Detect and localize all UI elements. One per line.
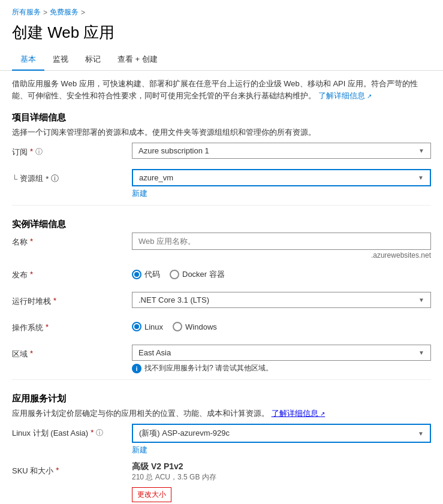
divider-2	[12, 379, 431, 380]
name-suffix: .azurewebsites.net	[132, 250, 431, 259]
tab-basic[interactable]: 基本	[12, 49, 44, 71]
runtime-stack-dropdown[interactable]: .NET Core 3.1 (LTS) ▼	[132, 292, 431, 308]
learn-more-link[interactable]: 了解详细信息 ↗	[318, 91, 372, 100]
publish-code-option[interactable]: 代码	[132, 269, 160, 280]
chevron-down-icon: ▼	[418, 297, 424, 303]
chevron-down-icon: ▼	[418, 174, 424, 181]
os-linux-option[interactable]: Linux	[132, 322, 163, 331]
publish-code-label: 代码	[144, 269, 160, 280]
section-project-details-title: 项目详细信息	[0, 104, 443, 126]
linux-plan-new-link[interactable]: 新建	[132, 443, 431, 455]
os-linux-radio[interactable]	[132, 322, 141, 331]
app-service-plan-learn-more-link[interactable]: 了解详细信息 ↗	[272, 409, 326, 418]
tab-review[interactable]: 查看 + 创建	[109, 49, 166, 71]
chevron-down-icon: ▼	[418, 349, 424, 356]
publish-row: 发布 * 代码 Docker 容器	[12, 265, 431, 286]
region-control: East Asia ▼ i 找不到应用服务计划? 请尝试其他区域。	[132, 345, 431, 373]
runtime-stack-row: 运行时堆栈 * .NET Core 3.1 (LTS) ▼	[12, 292, 431, 312]
os-row: 操作系统 * Linux Windows	[12, 318, 431, 339]
resource-group-dropdown[interactable]: azure_vm ▼	[132, 169, 431, 186]
name-control: .azurewebsites.net	[132, 233, 431, 259]
chevron-down-icon: ▼	[418, 430, 424, 437]
os-label: 操作系统 *	[12, 318, 132, 333]
runtime-stack-control: .NET Core 3.1 (LTS) ▼	[132, 292, 431, 308]
instance-details-form: 名称 * .azurewebsites.net 发布 * 代码 Docker 容…	[0, 233, 443, 373]
name-label: 名称 *	[12, 233, 132, 248]
subscription-label: 订阅 * ⓘ	[12, 143, 132, 158]
os-windows-radio[interactable]	[173, 322, 182, 331]
publish-label: 发布 *	[12, 265, 132, 280]
divider-1	[12, 205, 431, 206]
linux-plan-dropdown[interactable]: (新项) ASP-azurevm-929c ▼	[132, 424, 431, 443]
sku-row: SKU 和大小 * 高级 V2 P1v2 210 总 ACU，3.5 GB 内存…	[12, 461, 431, 502]
resource-group-label: 资源组	[20, 173, 43, 184]
sku-title: 高级 V2 P1v2	[132, 461, 431, 472]
breadcrumb-free-services[interactable]: 免费服务	[50, 7, 79, 17]
subscription-control: Azure subscription 1 ▼	[132, 143, 431, 159]
subscription-row: 订阅 * ⓘ Azure subscription 1 ▼	[12, 143, 431, 163]
linux-plan-label: Linux 计划 (East Asia) * ⓘ	[12, 424, 132, 439]
linux-plan-control: (新项) ASP-azurevm-929c ▼ 新建	[132, 424, 431, 455]
resource-group-info-icon[interactable]: ⓘ	[51, 173, 59, 184]
os-windows-option[interactable]: Windows	[173, 322, 217, 331]
section-app-service-plan-sub: 应用服务计划定价层确定与你的应用相关的位置、功能、成本和计算资源。 了解详细信息…	[0, 407, 443, 424]
resource-group-control: azure_vm ▼ 新建	[132, 169, 431, 199]
info-icon: i	[132, 364, 141, 373]
os-windows-label: Windows	[185, 322, 217, 331]
app-service-plan-form: Linux 计划 (East Asia) * ⓘ (新项) ASP-azurev…	[0, 424, 443, 502]
tabs-bar: 基本 监视 标记 查看 + 创建	[0, 49, 443, 71]
name-row: 名称 * .azurewebsites.net	[12, 233, 431, 259]
subscription-dropdown[interactable]: Azure subscription 1 ▼	[132, 143, 431, 159]
region-row: 区域 * East Asia ▼ i 找不到应用服务计划? 请尝试其他区域。	[12, 345, 431, 373]
resource-group-area: └ 资源组 * ⓘ azure_vm ▼ 新建	[12, 169, 431, 199]
publish-docker-option[interactable]: Docker 容器	[170, 269, 225, 280]
section-instance-details-title: 实例详细信息	[0, 210, 443, 233]
region-label: 区域 *	[12, 345, 132, 360]
breadcrumb-all-services[interactable]: 所有服务	[12, 7, 41, 17]
publish-code-radio[interactable]	[132, 270, 141, 279]
os-radio-group: Linux Windows	[132, 318, 431, 331]
linux-plan-info-icon[interactable]: ⓘ	[96, 428, 103, 438]
name-input[interactable]	[132, 233, 431, 250]
os-linux-label: Linux	[144, 322, 163, 331]
region-dropdown[interactable]: East Asia ▼	[132, 345, 431, 361]
publish-control: 代码 Docker 容器	[132, 265, 431, 280]
description-text: 借助应用服务 Web 应用，可快速构建、部署和扩展在任意平台上运行的企业级 We…	[0, 71, 443, 104]
region-info-message: i 找不到应用服务计划? 请尝试其他区域。	[132, 361, 431, 373]
publish-docker-radio[interactable]	[170, 270, 179, 279]
sku-detail: 210 总 ACU，3.5 GB 内存	[132, 472, 431, 482]
breadcrumb: 所有服务 > 免费服务 >	[0, 0, 443, 20]
resource-group-new-link[interactable]: 新建	[132, 186, 431, 199]
runtime-stack-label: 运行时堆栈 *	[12, 292, 132, 307]
tab-monitor[interactable]: 监视	[44, 49, 77, 71]
subscription-info-icon[interactable]: ⓘ	[35, 147, 43, 157]
publish-docker-label: Docker 容器	[182, 269, 225, 280]
change-size-button[interactable]: 更改大小	[132, 487, 171, 502]
publish-radio-group: 代码 Docker 容器	[132, 265, 431, 280]
chevron-down-icon: ▼	[418, 147, 424, 154]
linux-plan-row: Linux 计划 (East Asia) * ⓘ (新项) ASP-azurev…	[12, 424, 431, 455]
project-details-form: 订阅 * ⓘ Azure subscription 1 ▼ └ 资源组 * ⓘ …	[0, 143, 443, 199]
section-app-service-plan-title: 应用服务计划	[0, 385, 443, 407]
sku-control: 高级 V2 P1v2 210 总 ACU，3.5 GB 内存 更改大小	[132, 461, 431, 502]
page-title: 创建 Web 应用	[0, 20, 443, 49]
tab-tags[interactable]: 标记	[77, 49, 109, 71]
os-control: Linux Windows	[132, 318, 431, 331]
sku-label: SKU 和大小 *	[12, 461, 132, 476]
section-project-details-sub: 选择一个订阅来管理部署的资源和成本。使用文件夹等资源组组织和管理你的所有资源。	[0, 126, 443, 143]
